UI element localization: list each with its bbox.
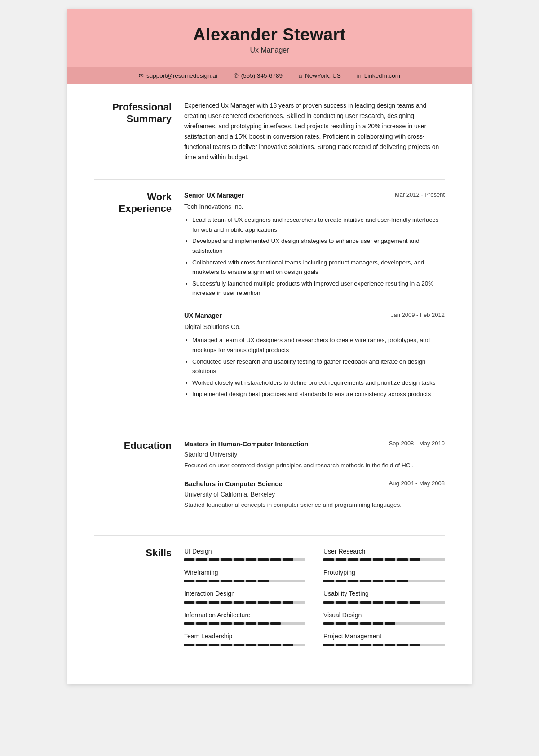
skill-bar-segment [221,622,231,625]
skill-bar-segment [184,558,194,561]
job-company: Tech Innovations Inc. [184,202,445,211]
skill-bar-segment [295,601,305,604]
skill-bar-segment [246,580,256,582]
skill-bar-segment [348,622,358,625]
skill-bar-segment [397,580,407,582]
job-title: Senior UX Manager [184,190,244,201]
skill-name: Project Management [323,631,445,641]
work-content: Senior UX ManagerMar 2012 - PresentTech … [184,190,445,412]
skill-item: Team Leadership [184,631,305,646]
list-item: Managed a team of UX designers and resea… [192,335,445,355]
edu-desc: Focused on user-centered design principl… [184,461,445,470]
education-section: Education Masters in Human-Computer Inte… [94,439,445,519]
edu-header: Masters in Human-Computer InteractionSep… [184,439,445,449]
job-block: UX ManagerJan 2009 - Feb 2012Digital Sol… [184,311,445,399]
list-item: Conducted user research and usability te… [192,357,445,376]
summary-label: ProfessionalSummary [94,101,184,163]
skill-bar-segment [323,558,334,561]
edu-school: Stanford University [184,449,445,459]
skill-bar [184,644,305,646]
job-header: UX ManagerJan 2009 - Feb 2012 [184,311,445,321]
skill-bar-segment [258,644,268,646]
skill-bar [184,558,305,561]
job-header: Senior UX ManagerMar 2012 - Present [184,190,445,201]
skill-bar-segment [336,601,346,604]
skill-bar-segment [323,644,334,646]
contact-bar: ✉ support@resumedesign.ai ✆ (555) 345-67… [67,67,472,84]
skill-bar-segment [348,601,358,604]
contact-location: ⌂ NewYork, US [299,72,341,79]
skill-bar-segment [283,580,293,582]
resume-body: ProfessionalSummary Experienced Ux Manag… [67,84,472,684]
skill-item: Project Management [323,631,445,646]
skill-bar-segment [360,622,371,625]
skill-bar-segment [323,601,334,604]
skill-bar-segment [209,601,219,604]
skill-bar-segment [234,558,244,561]
skill-bar [323,601,445,604]
skill-bar-segment [184,622,194,625]
skill-name: Team Leadership [184,631,305,641]
contact-email: ✉ support@resumedesign.ai [139,72,217,79]
skill-bar-segment [258,601,268,604]
job-bullets: Managed a team of UX designers and resea… [184,335,445,399]
skill-bar-segment [209,644,219,646]
skill-bar-segment [246,644,256,646]
skill-bar-segment [360,601,371,604]
education-label: Education [94,439,184,519]
job-date: Mar 2012 - Present [395,190,445,200]
divider-1 [94,179,445,180]
phone-icon: ✆ [234,72,239,79]
skill-bar-segment [360,644,371,646]
header-section: Alexander Stewart Ux Manager [67,9,472,67]
skill-bar-segment [234,601,244,604]
skill-bar-segment [422,644,432,646]
skill-bar-segment [270,644,281,646]
skill-name: Information Architecture [184,610,305,620]
skill-bar-segment [422,622,432,625]
skill-bar-segment [258,558,268,561]
skill-bar-segment [385,580,395,582]
skills-section: Skills UI DesignUser ResearchWireframing… [94,546,445,646]
skill-bar-segment [270,558,281,561]
skill-bar [184,622,305,625]
skill-bar-segment [184,644,194,646]
work-section: WorkExperience Senior UX ManagerMar 2012… [94,190,445,412]
edu-block: Masters in Human-Computer InteractionSep… [184,439,445,470]
skill-bar-segment [209,580,219,582]
skill-bar-segment [410,644,420,646]
skill-bar-segment [270,580,281,582]
skill-bar-segment [295,622,305,625]
skill-bar [184,580,305,582]
skill-bar-segment [258,622,268,625]
skill-bar-segment [234,622,244,625]
skill-bar-segment [434,644,445,646]
list-item: Collaborated with cross-functional teams… [192,258,445,277]
contact-phone: ✆ (555) 345-6789 [234,72,283,79]
email-icon: ✉ [139,72,144,79]
skill-name: Interaction Design [184,589,305,598]
skill-bar-segment [422,601,432,604]
list-item: Lead a team of UX designers and research… [192,215,445,234]
skill-item: Prototyping [323,567,445,582]
skill-bar-segment [360,558,371,561]
education-content: Masters in Human-Computer InteractionSep… [184,439,445,519]
edu-school: University of California, Berkeley [184,489,445,499]
skill-bar-segment [283,622,293,625]
skill-bar-segment [184,580,194,582]
skill-bar [323,644,445,646]
skill-bar [323,580,445,582]
job-block: Senior UX ManagerMar 2012 - PresentTech … [184,190,445,298]
skill-bar-segment [434,601,445,604]
skill-bar-segment [234,580,244,582]
skill-bar-segment [221,558,231,561]
summary-text: Experienced Ux Manager with 13 years of … [184,101,445,163]
list-item: Worked closely with stakeholders to defi… [192,378,445,388]
summary-content: Experienced Ux Manager with 13 years of … [184,101,445,163]
edu-date: Aug 2004 - May 2008 [389,479,445,488]
linkedin-icon: in [357,72,362,79]
skill-name: User Research [323,546,445,556]
summary-section: ProfessionalSummary Experienced Ux Manag… [94,101,445,163]
skill-name: UI Design [184,546,305,556]
skill-bar-segment [397,622,407,625]
